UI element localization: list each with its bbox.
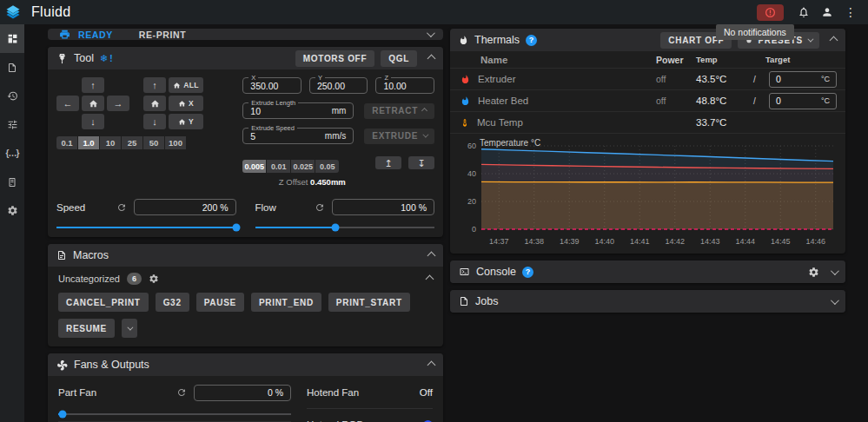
file-document-icon [7,63,17,73]
thermal-row-heater-bed[interactable]: Heater Bed off 48.8°C / 0 °C [450,90,845,112]
thermal-row-extruder[interactable]: Extruder off 43.5°C / 0 °C [450,69,845,90]
console-collapse-chevron-icon[interactable] [831,267,839,275]
x-position-input[interactable]: X 350.00 [242,77,301,94]
sidebar-item-system[interactable] [0,168,24,196]
move-step-button[interactable]: 0.1 [56,136,77,149]
move-step-button[interactable]: 50 [143,136,164,149]
temperature-chart[interactable]: Temperature °C 020406014:3714:3814:3914:… [450,134,845,254]
thermals-collapse-chevron-icon[interactable] [830,36,838,44]
home-xy-button[interactable] [82,96,104,111]
home-x-button[interactable]: X [169,96,203,111]
macro-button[interactable]: G32 [156,293,189,312]
fans-panel-header[interactable]: Fans & Outputs [48,353,443,376]
user-account-button[interactable] [817,2,838,23]
heater-bed-target-input[interactable]: 0 °C [769,93,837,109]
reset-icon[interactable] [116,202,127,213]
thermal-row-mcu-temp[interactable]: Mcu Temp 33.7°C [450,112,845,134]
macro-more-button[interactable] [122,319,137,338]
sidebar-item-dashboard[interactable] [0,24,24,53]
console-panel-title: Console [476,266,516,278]
move-x-minus-button[interactable]: ← [56,96,79,111]
jobs-panel-header[interactable]: Jobs [450,290,845,313]
macro-button[interactable]: PRINT_END [251,293,321,312]
status-collapse-chevron-icon[interactable] [427,29,435,37]
move-step-button[interactable]: 25 [122,136,142,149]
motors-off-button[interactable]: MOTORS OFF [295,50,374,67]
reset-icon[interactable] [176,387,187,398]
heater-flame-icon [461,96,470,107]
tool-collapse-chevron-icon[interactable] [427,54,436,63]
qgl-button[interactable]: QGL [381,50,417,67]
z-offset-down-button[interactable]: ↧ [408,156,434,169]
macro-button[interactable]: PAUSE [196,293,244,312]
move-step-button[interactable]: 100 [165,136,186,149]
z-step-button[interactable]: 0.01 [267,160,290,173]
extrude-button[interactable]: EXTRUDE [364,129,434,144]
fluidd-logo-icon[interactable] [0,0,26,24]
tool-panel-header[interactable]: Tool ❄ ! MOTORS OFF QGL [48,47,443,69]
reprint-button[interactable]: RE-PRINT [139,30,186,40]
y-position-input[interactable]: Y 250.00 [309,77,368,94]
macro-button[interactable]: CANCEL_PRINT [58,293,149,312]
fans-collapse-chevron-icon[interactable] [427,360,436,369]
sidebar-item-tune[interactable] [0,110,24,139]
console-settings-gear-icon[interactable] [808,267,819,278]
reset-icon[interactable] [315,202,325,213]
printer-status-panel[interactable]: READY RE-PRINT [48,29,443,40]
z-step-button[interactable]: 0.025 [291,160,315,173]
jobs-panel-title: Jobs [475,295,498,307]
sidebar-item-configure[interactable]: {…} [0,139,24,168]
sidebar-item-history[interactable] [0,82,24,110]
app-menu-button[interactable]: ⋮ [840,2,861,23]
macro-category-chevron-icon[interactable] [426,274,434,283]
extrude-length-input[interactable]: Extrude Length 10 mm [242,102,354,119]
z-position-input[interactable]: Z 10.00 [375,77,434,94]
retract-button[interactable]: RETRACT [364,103,434,119]
speed-value-input[interactable]: 200 % [134,199,236,215]
tune-sliders-icon [7,119,18,130]
home-z-button[interactable] [143,96,166,111]
flow-slider[interactable] [255,227,435,228]
macro-button[interactable]: RESUME [58,319,115,338]
move-z-minus-button[interactable]: ↓ [143,114,166,129]
move-z-plus-button[interactable]: ↑ [143,77,166,93]
part-fan-value-input[interactable]: 0 % [194,385,291,401]
nav-sidebar: {…} [0,24,24,422]
macro-settings-gear-icon[interactable] [149,274,159,284]
notifications-bell-button[interactable] [793,2,814,23]
jobs-collapse-chevron-icon[interactable] [831,296,839,305]
home-all-button[interactable]: ALL [169,77,203,93]
help-icon[interactable]: ? [526,35,537,46]
svg-text:20: 20 [467,197,476,206]
move-step-button[interactable]: 10 [100,136,121,149]
macros-panel-header[interactable]: Macros [48,244,443,267]
z-step-button[interactable]: 0.05 [315,160,339,173]
extruder-target-input[interactable]: 0 °C [769,71,837,88]
flow-value-input[interactable]: 100 % [332,199,434,215]
slider-thumb[interactable] [59,411,67,419]
server-tower-icon [7,177,17,188]
slider-thumb[interactable] [232,224,240,232]
part-fan-slider[interactable] [58,413,291,415]
z-step-button[interactable]: 0.005 [242,160,266,173]
macro-button[interactable]: PRINT_START [328,293,410,312]
move-x-plus-button[interactable]: → [107,96,129,111]
help-icon[interactable]: ? [522,267,533,278]
z-offset-up-button[interactable]: ↥ [375,156,401,169]
fans-outputs-panel: Fans & Outputs Part Fan 0 % [48,353,443,422]
home-y-button[interactable]: Y [169,114,203,129]
svg-text:14:37: 14:37 [489,237,509,246]
code-braces-icon: {…} [6,148,19,158]
macro-buttons-row: CANCEL_PRINT G32 PAUSE PRINT_END PRINT_S… [48,287,443,346]
console-panel-header[interactable]: Console ? [450,260,845,283]
emergency-stop-button[interactable] [757,4,784,21]
sidebar-item-settings[interactable] [0,196,24,225]
slider-thumb[interactable] [332,224,340,232]
extrude-speed-input[interactable]: Extrude Speed 5 mm/s [242,128,354,144]
speed-slider[interactable] [56,227,236,228]
sidebar-item-files[interactable] [0,53,24,82]
macros-collapse-chevron-icon[interactable] [427,251,436,260]
move-y-minus-button[interactable]: ↓ [82,114,104,129]
move-y-plus-button[interactable]: ↑ [82,77,104,93]
move-step-button[interactable]: 1.0 [78,136,99,149]
